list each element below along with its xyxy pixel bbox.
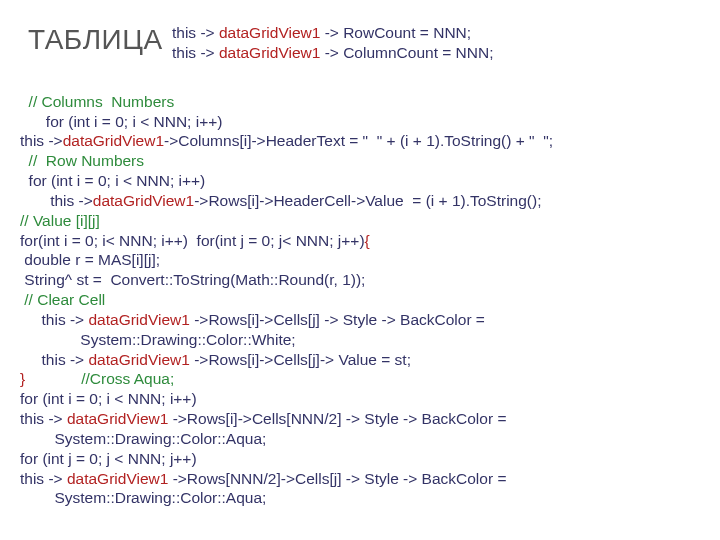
code-brace: {	[365, 232, 370, 249]
code-text: this ->	[20, 132, 63, 149]
code-comment: // Clear Cell	[20, 291, 105, 308]
code-text: -> ColumnCount = NNN;	[320, 44, 493, 61]
code-text: double r = MAS[i][j];	[20, 251, 160, 268]
code-identifier: dataGridView1	[219, 24, 320, 41]
code-line: this -> dataGridView1 -> ColumnCount = N…	[172, 43, 494, 63]
code-identifier: dataGridView1	[88, 351, 189, 368]
code-identifier: dataGridView1	[93, 192, 194, 209]
code-text: for (int i = 0; i < NNN; i++)	[20, 172, 205, 189]
code-text: this ->	[172, 44, 219, 61]
code-comment: //Cross Aqua;	[25, 370, 174, 387]
code-text: ->Rows[i]->Cells[NNN/2] -> Style -> Back…	[168, 410, 506, 427]
slide-title: ТАБЛИЦА	[28, 22, 163, 58]
code-text: for (int i = 0; i < NNN; i++)	[20, 113, 222, 130]
code-text: ->Rows[i]->Cells[j] -> Style -> BackColo…	[190, 311, 485, 328]
code-text: for (int i = 0; i < NNN; i++)	[20, 390, 197, 407]
code-text: this ->	[20, 470, 67, 487]
header-code-block: this -> dataGridView1 -> RowCount = NNN;…	[172, 23, 494, 63]
code-body: // Columns Numbers for (int i = 0; i < N…	[20, 72, 700, 508]
code-identifier: dataGridView1	[63, 132, 164, 149]
code-text: ->Rows[i]->Cells[j]-> Value = st;	[190, 351, 411, 368]
code-text: for(int i = 0; i< NNN; i++) for(int j = …	[20, 232, 365, 249]
code-text: ->Rows[i]->HeaderCell->Value = (i + 1).T…	[194, 192, 541, 209]
code-comment: // Value [i][j]	[20, 212, 100, 229]
code-identifier: dataGridView1	[67, 470, 168, 487]
code-comment: // Columns Numbers	[20, 93, 174, 110]
code-text: -> RowCount = NNN;	[320, 24, 471, 41]
code-text: this ->	[20, 351, 88, 368]
code-text: this ->	[20, 410, 67, 427]
code-line: this -> dataGridView1 -> RowCount = NNN;	[172, 23, 494, 43]
code-text: for (int j = 0; j < NNN; j++)	[20, 450, 197, 467]
code-text: System::Drawing::Color::Aqua;	[20, 489, 266, 506]
code-identifier: dataGridView1	[219, 44, 320, 61]
code-text: System::Drawing::Color::White;	[20, 331, 296, 348]
code-identifier: dataGridView1	[67, 410, 168, 427]
code-text: String^ st = Convert::ToString(Math::Rou…	[20, 271, 365, 288]
code-identifier: dataGridView1	[88, 311, 189, 328]
code-text: this ->	[20, 311, 88, 328]
code-text: this ->	[172, 24, 219, 41]
code-text: ->Columns[i]->HeaderText = " " + (i + 1)…	[164, 132, 553, 149]
code-comment: // Row Numbers	[20, 152, 144, 169]
code-text: System::Drawing::Color::Aqua;	[20, 430, 266, 447]
code-text: ->Rows[NNN/2]->Cells[j] -> Style -> Back…	[168, 470, 506, 487]
code-text: this ->	[20, 192, 93, 209]
